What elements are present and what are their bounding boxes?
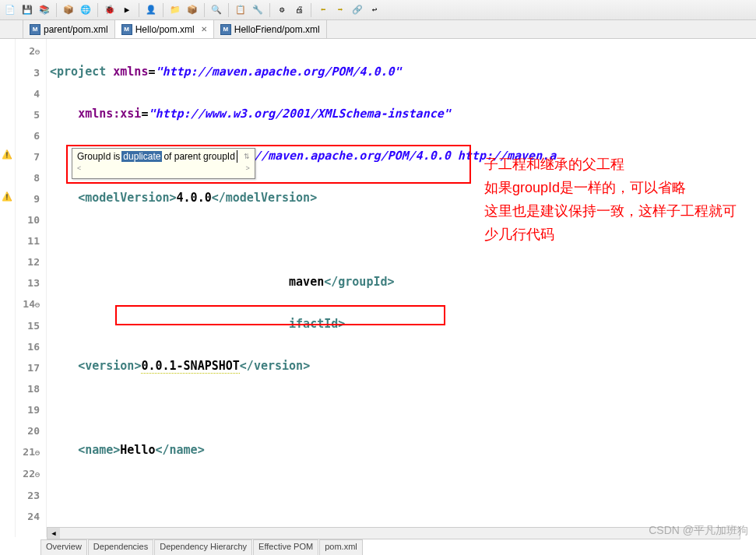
tab-label: Hello/pom.xml xyxy=(135,24,195,35)
line-num: 3 xyxy=(16,62,40,83)
new-icon[interactable]: 📄 xyxy=(3,3,17,17)
editor-area: ⚠️ ⚠️ 2⊖ 3 4 5 6 7 8 9 10 11 12 13 14⊖ 1… xyxy=(0,39,756,537)
tooltip-post: of parent groupId xyxy=(164,151,234,162)
nav-left-icon[interactable]: < xyxy=(77,164,81,172)
nav-right-icon[interactable]: > xyxy=(246,164,250,172)
line-gutter: 2⊖ 3 4 5 6 7 8 9 10 11 12 13 14⊖ 15 16 1… xyxy=(16,39,47,537)
separator xyxy=(97,3,98,17)
package-icon[interactable]: 📦 xyxy=(185,3,199,17)
line-num: 24 xyxy=(16,506,40,527)
separator xyxy=(163,3,164,17)
code-line xyxy=(50,398,756,419)
forward-icon[interactable]: ➡ xyxy=(333,3,347,17)
tool-icon[interactable]: ⚙ xyxy=(275,3,289,17)
run-icon[interactable]: ▶ xyxy=(120,3,134,17)
tooltip-updown[interactable]: ⇅ xyxy=(244,153,250,160)
maven-icon: M xyxy=(220,24,231,35)
tab-hello-pom[interactable]: M Hello/pom.xml ✕ xyxy=(115,20,214,38)
code-line: <name>Hello</name> xyxy=(50,440,756,461)
annotation-line: 如果groupId是一样的，可以省略 xyxy=(484,176,749,199)
line-num: 7 xyxy=(16,146,40,167)
scroll-left-icon[interactable]: ◀ xyxy=(47,528,60,539)
watermark: CSDN @平凡加班狗 xyxy=(649,524,748,538)
tooltip-pre: GroupId is xyxy=(77,151,120,162)
tool-icon[interactable]: 🖨 xyxy=(292,3,306,17)
line-num: 14⊖ xyxy=(16,293,40,315)
line-num: 17 xyxy=(16,357,40,378)
code-line: maven</groupId> xyxy=(50,272,756,293)
warning-icon[interactable]: ⚠️ xyxy=(2,191,14,204)
line-num: 19 xyxy=(16,399,40,420)
line-num: 9 xyxy=(16,188,40,209)
bottom-tabs: Overview Dependencies Dependency Hierarc… xyxy=(40,539,364,555)
annotation-text: 子工程和继承的父工程 如果groupId是一样的，可以省略 这里也是建议保持一致… xyxy=(484,153,749,246)
line-num: 16 xyxy=(16,336,40,357)
warning-icon[interactable]: ⚠️ xyxy=(2,149,14,162)
tab-label: HelloFriend/pom.xml xyxy=(234,24,320,35)
annotation-line: 子工程和继承的父工程 xyxy=(484,153,749,176)
code-line xyxy=(50,482,756,503)
hover-tooltip: GroupId is duplicate of parent groupId ⇅… xyxy=(72,148,255,179)
code-editor[interactable]: <project xmlns="http://maven.apache.org/… xyxy=(47,39,756,537)
folder-icon[interactable]: 📁 xyxy=(168,3,182,17)
maven-icon: M xyxy=(121,24,132,35)
toolbar: 📄 💾 📚 📦 🌐 🐞 ▶ 👤 📁 📦 🔍 📋 🔧 ⚙ 🖨 ⬅ ➡ 🔗 ↩ xyxy=(0,0,756,20)
user-icon[interactable]: 👤 xyxy=(144,3,158,17)
tool-icon[interactable]: 📋 xyxy=(234,3,248,17)
separator xyxy=(56,3,57,17)
marker-gutter: ⚠️ ⚠️ xyxy=(0,39,16,537)
line-num: 13 xyxy=(16,272,40,293)
line-num: 15 xyxy=(16,315,40,336)
line-num: 2⊖ xyxy=(16,40,40,62)
tool-icon[interactable]: 📦 xyxy=(62,3,76,17)
line-num: 22⊖ xyxy=(16,463,40,485)
code-line: ifactId> xyxy=(50,314,756,335)
btab-effective[interactable]: Effective POM xyxy=(253,539,318,555)
line-num: 5 xyxy=(16,104,40,125)
line-num: 18 xyxy=(16,378,40,399)
line-num: 20 xyxy=(16,420,40,441)
btab-pomxml[interactable]: pom.xml xyxy=(319,539,363,555)
separator xyxy=(139,3,139,17)
code-line: <version>0.0.1-SNAPSHOT</version> xyxy=(50,356,756,377)
save-all-icon[interactable]: 📚 xyxy=(37,3,51,17)
tab-hellofriend-pom[interactable]: M HelloFriend/pom.xml xyxy=(214,20,327,38)
tool-icon[interactable]: 🌐 xyxy=(79,3,93,17)
maven-icon: M xyxy=(30,24,40,35)
save-icon[interactable]: 💾 xyxy=(20,3,34,17)
debug-icon[interactable]: 🐞 xyxy=(103,3,117,17)
close-icon[interactable]: ✕ xyxy=(201,25,207,33)
code-line: <project xmlns="http://maven.apache.org/… xyxy=(50,61,756,83)
line-num: 21⊖ xyxy=(16,441,40,463)
tab-label: parent/pom.xml xyxy=(44,24,108,35)
line-num: 12 xyxy=(16,251,40,272)
tool-icon[interactable]: 🔗 xyxy=(350,3,364,17)
tool-icon[interactable]: 🔧 xyxy=(251,3,265,17)
line-num: 11 xyxy=(16,230,40,251)
line-num: 23 xyxy=(16,485,40,506)
separator xyxy=(228,3,229,17)
text-cursor xyxy=(237,150,237,163)
separator xyxy=(269,3,270,17)
line-num: 8 xyxy=(16,167,40,188)
line-num: 10 xyxy=(16,209,40,230)
editor-tabs: M parent/pom.xml M Hello/pom.xml ✕ M Hel… xyxy=(0,20,756,39)
line-num: 6 xyxy=(16,125,40,146)
horizontal-scrollbar[interactable]: ◀ xyxy=(47,527,740,539)
tab-strip-left xyxy=(0,20,23,38)
line-num: 4 xyxy=(16,83,40,104)
separator xyxy=(204,3,205,17)
btab-overview[interactable]: Overview xyxy=(40,539,87,555)
btab-hierarchy[interactable]: Dependency Hierarchy xyxy=(154,539,252,555)
btab-dependencies[interactable]: Dependencies xyxy=(88,539,153,555)
separator xyxy=(311,3,311,17)
tool-icon[interactable]: ↩ xyxy=(367,3,382,17)
back-icon[interactable]: ⬅ xyxy=(316,3,330,17)
search-icon[interactable]: 🔍 xyxy=(209,3,223,17)
annotation-line: 这里也是建议保持一致，这样子工程就可少几行代码 xyxy=(484,199,749,246)
tab-parent-pom[interactable]: M parent/pom.xml xyxy=(23,20,115,38)
tooltip-highlight: duplicate xyxy=(121,151,162,162)
code-line: xmlns:xsi="http://www.w3.org/2001/XMLSch… xyxy=(50,104,756,125)
